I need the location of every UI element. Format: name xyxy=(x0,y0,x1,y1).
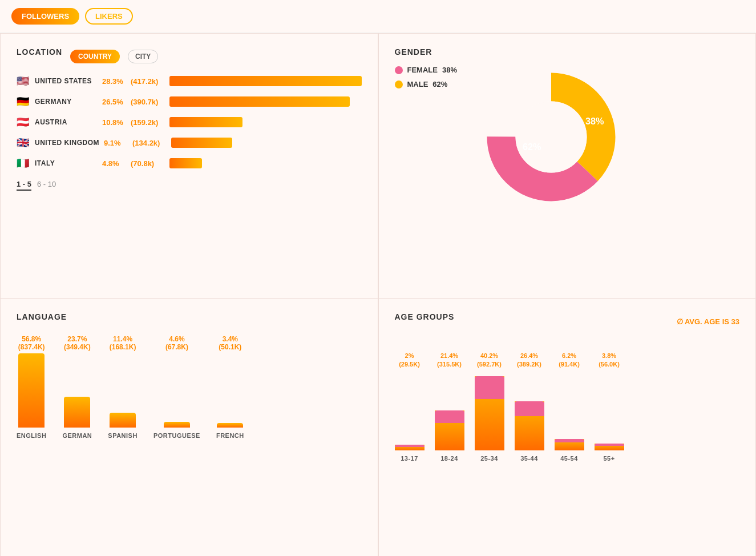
country-list: 🇺🇸 UNITED STATES 28.3% (417.2k) 🇩🇪 GERMA… xyxy=(17,75,362,170)
country-row: 🇬🇧 UNITED KINGDOM 9.1% (134.2k) xyxy=(17,136,362,149)
age-count: (592.7K) xyxy=(477,360,502,368)
age-count: (315.5K) xyxy=(437,360,462,368)
lang-name: GERMAN xyxy=(62,432,92,439)
gender-title: GENDER xyxy=(395,47,740,57)
svg-point-2 xyxy=(515,102,587,173)
country-pct: 4.8% xyxy=(102,159,126,168)
age-bar-female xyxy=(555,439,584,442)
location-title: LOCATION xyxy=(17,47,62,57)
age-label-top: 21.4% (315.5K) xyxy=(437,352,462,368)
country-pct: 9.1% xyxy=(104,139,128,147)
age-pct: 3.8% xyxy=(599,352,620,360)
lang-bar-wrap xyxy=(64,353,90,428)
gender-legend: FEMALE 38% MALE 62% xyxy=(395,66,457,88)
age-bar-wrap xyxy=(595,370,624,450)
age-range: 55+ xyxy=(603,455,614,462)
age-count: (91.4K) xyxy=(559,360,580,368)
age-header: AGE GROUPS ∅ AVG. AGE IS 33 xyxy=(395,312,740,331)
lang-label-top: 4.6% (67.8K) xyxy=(165,335,188,351)
country-name: UNITED KINGDOM xyxy=(35,139,99,147)
lang-name: ENGLISH xyxy=(17,432,46,439)
age-bar-wrap xyxy=(395,370,425,450)
lang-bar xyxy=(110,413,136,428)
male-pct: 62% xyxy=(432,80,447,88)
female-dot xyxy=(395,66,403,74)
language-chart: 56.8% (837.4K) ENGLISH 23.7% (349.4K) GE… xyxy=(17,331,362,445)
age-pct: 40.2% xyxy=(477,352,502,360)
country-count: (390.7k) xyxy=(131,98,165,106)
age-column: 2% (29.5K) 13-17 xyxy=(395,352,425,462)
lang-name: SPANISH xyxy=(108,432,138,439)
country-row: 🇦🇹 AUSTRIA 10.8% (159.2k) xyxy=(17,116,362,128)
language-column: 11.4% (168.1K) SPANISH xyxy=(108,335,138,439)
page-6-10[interactable]: 6 - 10 xyxy=(37,180,56,191)
age-pct: 6.2% xyxy=(559,352,580,360)
female-pct: 38% xyxy=(442,66,457,74)
lang-bar xyxy=(18,353,45,428)
age-range: 35-44 xyxy=(520,455,538,462)
language-panel: LANGUAGE 56.8% (837.4K) ENGLISH 23.7% (3… xyxy=(0,299,378,556)
gender-panel: GENDER FEMALE 38% MALE 62% xyxy=(378,33,757,299)
country-pct: 10.8% xyxy=(102,118,126,127)
lang-name: PORTUGUESE xyxy=(153,432,200,439)
likers-button[interactable]: LIKERS xyxy=(85,8,133,25)
country-bar xyxy=(169,158,202,168)
main-grid: LOCATION COUNTRY CITY 🇺🇸 UNITED STATES 2… xyxy=(0,33,756,556)
language-column: 3.4% (50.1K) FRENCH xyxy=(216,335,244,439)
flag-icon: 🇺🇸 xyxy=(17,75,30,87)
followers-button[interactable]: FOLLOWERS xyxy=(11,8,79,25)
age-bar-wrap xyxy=(435,370,464,450)
age-range: 18-24 xyxy=(440,455,458,462)
age-column: 6.2% (91.4K) 45-54 xyxy=(555,352,584,462)
tab-country-button[interactable]: COUNTRY xyxy=(70,50,120,63)
country-bar-container xyxy=(171,138,362,148)
female-label: FEMALE xyxy=(407,66,438,74)
lang-pct: 23.7% xyxy=(64,335,91,343)
country-name: UNITED STATES xyxy=(35,77,98,85)
pagination: 1 - 5 6 - 10 xyxy=(17,180,362,191)
gender-donut-chart: 62% 38% xyxy=(480,66,622,208)
language-title: LANGUAGE xyxy=(17,312,362,321)
age-label-top: 6.2% (91.4K) xyxy=(559,352,580,368)
age-range: 25-34 xyxy=(480,455,498,462)
age-bar-female xyxy=(395,445,425,447)
location-panel: LOCATION COUNTRY CITY 🇺🇸 UNITED STATES 2… xyxy=(0,33,378,299)
country-pct: 28.3% xyxy=(102,77,126,86)
country-pct: 26.5% xyxy=(102,98,126,106)
lang-pct: 3.4% xyxy=(219,335,241,343)
age-title: AGE GROUPS xyxy=(395,312,455,321)
lang-name: FRENCH xyxy=(216,432,244,439)
age-pct: 21.4% xyxy=(437,352,462,360)
flag-icon: 🇦🇹 xyxy=(17,116,30,128)
flag-icon: 🇩🇪 xyxy=(17,95,30,108)
country-bar-container xyxy=(169,158,362,168)
country-count: (417.2k) xyxy=(131,77,165,86)
country-row: 🇺🇸 UNITED STATES 28.3% (417.2k) xyxy=(17,75,362,87)
country-bar xyxy=(169,96,350,107)
lang-bar-wrap xyxy=(18,353,45,428)
country-bar-container xyxy=(169,76,362,86)
age-bar-wrap xyxy=(555,370,584,450)
lang-count: (168.1K) xyxy=(110,343,136,351)
age-pct: 26.4% xyxy=(517,352,541,360)
country-name: ITALY xyxy=(35,159,98,167)
age-column: 26.4% (389.2K) 35-44 xyxy=(515,352,544,462)
age-bar-female xyxy=(475,376,504,399)
tab-city-button[interactable]: CITY xyxy=(128,50,158,63)
country-count: (134.2k) xyxy=(132,139,167,147)
age-column: 3.8% (56.0K) 55+ xyxy=(595,352,624,462)
male-label: MALE xyxy=(407,80,428,88)
age-count: (29.5K) xyxy=(399,360,420,368)
male-legend: MALE 62% xyxy=(395,80,457,88)
country-name: GERMANY xyxy=(35,98,98,106)
age-label-top: 3.8% (56.0K) xyxy=(599,352,620,368)
female-legend: FEMALE 38% xyxy=(395,66,457,74)
age-count: (389.2K) xyxy=(517,360,541,368)
lang-count: (50.1K) xyxy=(219,343,241,351)
country-bar-container xyxy=(169,96,362,107)
lang-pct: 11.4% xyxy=(110,335,136,343)
lang-bar-wrap xyxy=(110,353,136,428)
age-column: 40.2% (592.7K) 25-34 xyxy=(475,352,504,462)
page-1-5[interactable]: 1 - 5 xyxy=(17,180,31,191)
lang-bar xyxy=(217,423,243,428)
